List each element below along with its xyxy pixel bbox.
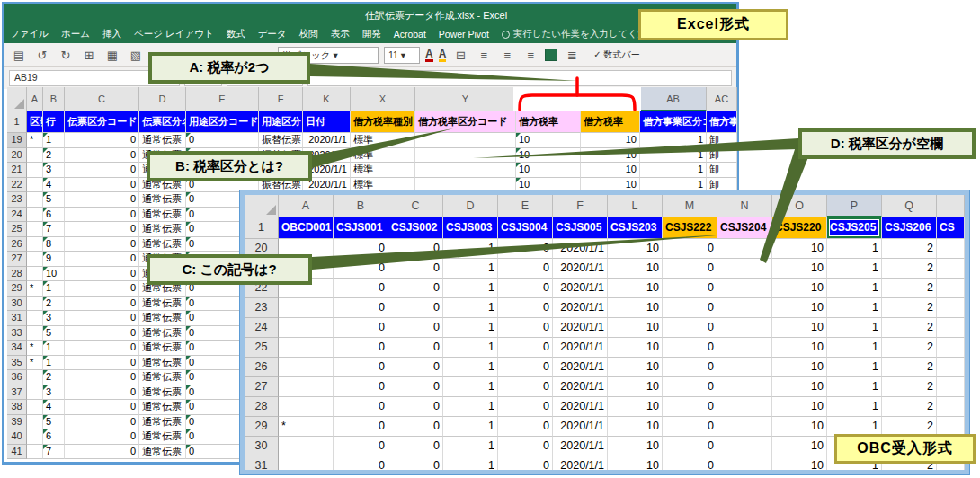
cell-20-10[interactable]: 10 bbox=[581, 148, 640, 164]
cell-33-3[interactable]: 通常伝票 bbox=[139, 326, 186, 341]
cell-23-6[interactable]: 10 bbox=[608, 298, 663, 318]
cell-24-4[interactable]: 0 bbox=[498, 318, 553, 338]
cell-24-1[interactable]: 0 bbox=[334, 318, 388, 338]
cell-21-11[interactable]: 2 bbox=[882, 259, 937, 279]
cell-21-9[interactable]: 10 bbox=[772, 259, 827, 279]
header-cell-CSJS001[interactable]: CSJS001 bbox=[334, 217, 388, 239]
cell-39-3[interactable]: 通常伝票 bbox=[139, 415, 186, 430]
cell-26-1[interactable]: 8 bbox=[43, 237, 65, 252]
row-label-27[interactable]: 27 bbox=[7, 252, 27, 267]
col-letter-C[interactable]: C bbox=[65, 87, 139, 111]
cell-20-1[interactable]: 2 bbox=[43, 148, 65, 164]
cell-20-7[interactable]: 0 bbox=[663, 239, 717, 259]
cell-27-1[interactable]: 0 bbox=[334, 377, 388, 397]
cell-24-6[interactable]: 10 bbox=[608, 318, 663, 338]
cell-22-2[interactable]: 0 bbox=[65, 178, 139, 193]
cell-28-2[interactable]: 0 bbox=[65, 267, 139, 282]
cell-23-5[interactable]: 2020/1/1 bbox=[553, 298, 608, 318]
cell-41-1[interactable]: 7 bbox=[43, 445, 65, 460]
row-label-41[interactable]: 41 bbox=[7, 445, 27, 460]
cell-22-0[interactable] bbox=[27, 178, 43, 193]
cell-25-12[interactable] bbox=[937, 338, 965, 358]
cell-37-3[interactable]: 通常伝票 bbox=[139, 385, 186, 401]
cell-29-2[interactable]: 0 bbox=[65, 281, 139, 297]
cell-38-0[interactable] bbox=[27, 400, 43, 415]
ribbon-tab-0[interactable]: ファイル bbox=[10, 28, 49, 40]
cell-26-5[interactable]: 2020/1/1 bbox=[553, 358, 608, 377]
ribbon-tab-2[interactable]: 挿入 bbox=[102, 28, 121, 40]
col-letter-P[interactable]: P bbox=[827, 195, 882, 217]
cell-27-10[interactable]: 1 bbox=[827, 377, 882, 397]
row-label-24[interactable]: 24 bbox=[245, 318, 279, 338]
cell-19-11[interactable]: 1 bbox=[640, 133, 707, 148]
cell-25-2[interactable]: 0 bbox=[388, 338, 443, 358]
cell-36-2[interactable]: 0 bbox=[65, 370, 139, 385]
cell-19-3[interactable]: 通常伝票 bbox=[139, 133, 186, 148]
col-letter-10[interactable] bbox=[516, 87, 581, 111]
select-all-corner[interactable] bbox=[245, 195, 279, 217]
cell-31-7[interactable]: 0 bbox=[663, 456, 717, 470]
cell-29-5[interactable]: 2020/1/1 bbox=[553, 417, 608, 437]
col-letter-L[interactable]: L bbox=[608, 195, 663, 217]
cell-23-10[interactable]: 1 bbox=[827, 298, 882, 318]
cell-23-7[interactable]: 0 bbox=[663, 298, 717, 318]
header-cell-用途区分コード[interactable]: 用途区分コード bbox=[186, 111, 259, 133]
row-label-31[interactable]: 31 bbox=[7, 311, 27, 326]
cell-28-11[interactable]: 2 bbox=[882, 397, 937, 417]
cell-31-8[interactable] bbox=[717, 456, 772, 470]
col-letter-Y[interactable]: Y bbox=[415, 87, 516, 111]
cell-30-2[interactable]: 0 bbox=[388, 437, 443, 456]
cell-21-7[interactable]: 標準 bbox=[351, 163, 415, 178]
cell-35-3[interactable]: 通常伝票 bbox=[139, 356, 186, 371]
cell-40-3[interactable]: 通常伝票 bbox=[139, 429, 186, 445]
cell-22-6[interactable]: 10 bbox=[608, 279, 663, 298]
col-letter-Q[interactable]: Q bbox=[882, 195, 937, 217]
cell-30-2[interactable]: 0 bbox=[65, 297, 139, 312]
cell-19-0[interactable]: * bbox=[27, 133, 43, 148]
cell-20-2[interactable]: 0 bbox=[65, 148, 139, 164]
cell-20-5[interactable]: 2020/1/1 bbox=[553, 239, 608, 259]
row-label-30[interactable]: 30 bbox=[245, 437, 279, 456]
cell-19-8[interactable] bbox=[415, 133, 516, 148]
cell-26-1[interactable]: 0 bbox=[334, 358, 388, 377]
cell-20-11[interactable]: 2 bbox=[882, 239, 937, 259]
header-cell-CSJS206[interactable]: CSJS206 bbox=[882, 217, 937, 239]
cell-21-2[interactable]: 0 bbox=[65, 163, 139, 178]
cell-24-3[interactable]: 通常伝票 bbox=[139, 208, 186, 223]
row-label-25[interactable]: 25 bbox=[7, 222, 27, 237]
cell-35-0[interactable]: * bbox=[27, 356, 43, 371]
cell-31-2[interactable]: 0 bbox=[388, 456, 443, 470]
cell-23-3[interactable]: 1 bbox=[443, 298, 498, 318]
cell-37-2[interactable]: 0 bbox=[65, 385, 139, 401]
cell-30-3[interactable]: 通常伝票 bbox=[139, 297, 186, 312]
cell-22-12[interactable] bbox=[937, 279, 965, 298]
cell-30-7[interactable]: 0 bbox=[663, 437, 717, 456]
cell-20-2[interactable]: 0 bbox=[388, 239, 443, 259]
cell-26-8[interactable] bbox=[717, 358, 772, 377]
undo-icon[interactable]: ↺ bbox=[33, 49, 51, 62]
cell-40-2[interactable]: 0 bbox=[65, 429, 139, 445]
header-cell-区切[interactable]: 区切 bbox=[27, 111, 43, 133]
cell-19-4[interactable]: 0 bbox=[186, 133, 259, 148]
cell-31-5[interactable]: 2020/1/1 bbox=[553, 456, 608, 470]
col-letter-E[interactable]: E bbox=[498, 195, 553, 217]
cell-22-2[interactable]: 0 bbox=[388, 279, 443, 298]
header-cell-用途区分[interactable]: 用途区分 bbox=[259, 111, 303, 133]
cell-30-4[interactable]: 0 bbox=[498, 437, 553, 456]
cell-28-1[interactable]: 0 bbox=[334, 397, 388, 417]
cell-31-4[interactable]: 0 bbox=[498, 456, 553, 470]
cell-20-11[interactable]: 1 bbox=[640, 148, 707, 164]
cell-21-2[interactable]: 0 bbox=[388, 259, 443, 279]
col-letter-B[interactable]: B bbox=[334, 195, 388, 217]
cell-22-11[interactable]: 2 bbox=[882, 279, 937, 298]
cell-26-3[interactable]: 通常伝票 bbox=[139, 237, 186, 252]
cell-36-0[interactable] bbox=[27, 370, 43, 385]
cell-21-1[interactable]: 0 bbox=[334, 259, 388, 279]
cell-30-0[interactable] bbox=[279, 437, 334, 456]
header-cell-CSJS004[interactable]: CSJS004 bbox=[498, 217, 553, 239]
cell-29-1[interactable]: 1 bbox=[43, 281, 65, 297]
header-cell-CSJS220[interactable]: CSJS220 bbox=[772, 217, 827, 239]
cell-28-0[interactable] bbox=[279, 397, 334, 417]
cell-27-7[interactable]: 0 bbox=[663, 377, 717, 397]
cell-41-2[interactable]: 0 bbox=[65, 445, 139, 460]
